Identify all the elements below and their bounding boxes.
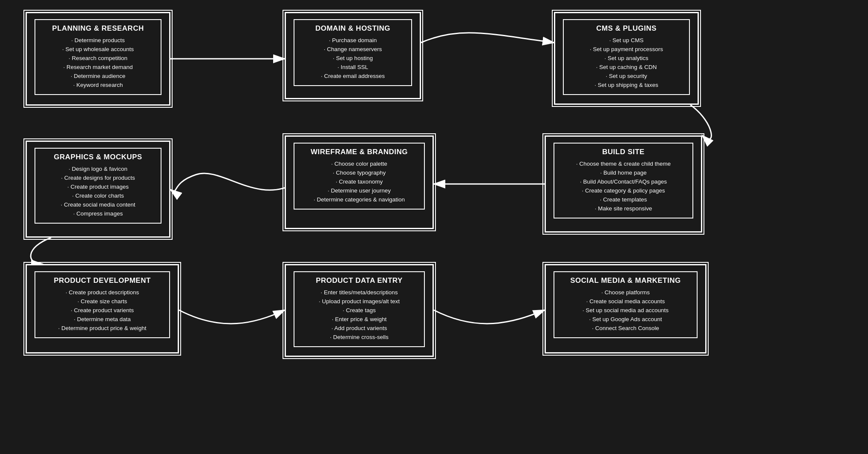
- box-title-planning: PLANNING & RESEARCH: [41, 24, 155, 33]
- list-item: Choose platforms: [560, 288, 691, 297]
- list-item: Add product varients: [300, 324, 418, 333]
- box-title-wireframe: WIREFRAME & BRANDING: [300, 148, 418, 156]
- box-wireframe: WIREFRAME & BRANDINGChoose color palette…: [285, 135, 434, 229]
- list-item: Create templates: [560, 195, 686, 204]
- list-item: Create product varients: [41, 306, 163, 315]
- list-item: Keyword research: [41, 81, 155, 90]
- box-title-domain: DOMAIN & HOSTING: [300, 24, 405, 33]
- box-title-graphics: GRAPHICS & MOCKUPS: [41, 153, 155, 161]
- list-item: Set up Google Ads account: [560, 315, 691, 324]
- list-item: Research market demand: [41, 63, 155, 72]
- list-item: Make site responsive: [560, 204, 686, 213]
- list-item: Connect Search Console: [560, 324, 691, 333]
- list-item: Create category & policy pages: [560, 187, 686, 195]
- box-planning: PLANNING & RESEARCHDetermine productsSet…: [26, 12, 170, 106]
- list-item: Compress images: [41, 210, 155, 218]
- list-item: Build About/Contact/FAQs pages: [560, 178, 686, 187]
- list-item: Enter price & weight: [300, 315, 418, 324]
- list-item: Set up security: [570, 72, 683, 81]
- list-item: Create size charts: [41, 297, 163, 306]
- list-item: Create taxonomy: [300, 178, 418, 187]
- list-item: Set up social media ad accounts: [560, 306, 691, 315]
- list-item: Set up analytics: [570, 54, 683, 63]
- list-item: Research competition: [41, 54, 155, 63]
- list-item: Determine user journey: [300, 187, 418, 195]
- box-title-buildsite: BUILD SITE: [560, 148, 686, 156]
- list-item: Create tags: [300, 306, 418, 315]
- box-buildsite: BUILD SITEChoose theme & create child th…: [545, 135, 702, 233]
- list-item: Build home page: [560, 169, 686, 178]
- list-item: Choose color palette: [300, 160, 418, 169]
- box-productdev: PRODUCT DEVELOPMENTCreate product descri…: [26, 264, 179, 353]
- list-item: Set up wholesale accounts: [41, 45, 155, 54]
- list-item: Choose typography: [300, 169, 418, 178]
- list-item: Install SSL: [300, 63, 405, 72]
- list-item: Set up payment processors: [570, 45, 683, 54]
- box-graphics: GRAPHICS & MOCKUPSDesign logo & faviconC…: [26, 141, 170, 238]
- list-item: Create color charts: [41, 192, 155, 201]
- list-item: Determine product price & weight: [41, 324, 163, 333]
- list-item: Create social media content: [41, 201, 155, 210]
- list-item: Enter titles/meta/descriptions: [300, 288, 418, 297]
- canvas: PLANNING & RESEARCHDetermine productsSet…: [0, 0, 868, 454]
- box-title-cms: CMS & PLUGINS: [570, 24, 683, 33]
- box-cms: CMS & PLUGINSSet up CMSSet up payment pr…: [554, 12, 699, 105]
- list-item: Create product descriptions: [41, 288, 163, 297]
- box-productdata: PRODUCT DATA ENTRYEnter titles/meta/desc…: [285, 264, 434, 357]
- list-item: Create email addresses: [300, 72, 405, 81]
- list-item: Set up caching & CDN: [570, 63, 683, 72]
- list-item: Create social media accounts: [560, 297, 691, 306]
- list-item: Determine meta data: [41, 315, 163, 324]
- box-title-productdev: PRODUCT DEVELOPMENT: [41, 276, 163, 285]
- list-item: Determine products: [41, 36, 155, 45]
- list-item: Determine cross-sells: [300, 333, 418, 342]
- list-item: Choose theme & create child theme: [560, 160, 686, 169]
- list-item: Upload product images/alt text: [300, 297, 418, 306]
- list-item: Determine categories & navigation: [300, 195, 418, 204]
- list-item: Create product images: [41, 183, 155, 192]
- box-title-socialmedia: SOCIAL MEDIA & MARKETING: [560, 276, 691, 285]
- box-domain: DOMAIN & HOSTINGPurchase domainChange na…: [285, 12, 421, 99]
- list-item: Design logo & favicon: [41, 165, 155, 174]
- list-item: Purchase domain: [300, 36, 405, 45]
- list-item: Set up shipping & taxes: [570, 81, 683, 90]
- list-item: Set up CMS: [570, 36, 683, 45]
- list-item: Change nameservers: [300, 45, 405, 54]
- list-item: Set up hosting: [300, 54, 405, 63]
- list-item: Create designs for products: [41, 174, 155, 183]
- box-title-productdata: PRODUCT DATA ENTRY: [300, 276, 418, 285]
- box-socialmedia: SOCIAL MEDIA & MARKETINGChoose platforms…: [545, 264, 707, 353]
- list-item: Determine audience: [41, 72, 155, 81]
